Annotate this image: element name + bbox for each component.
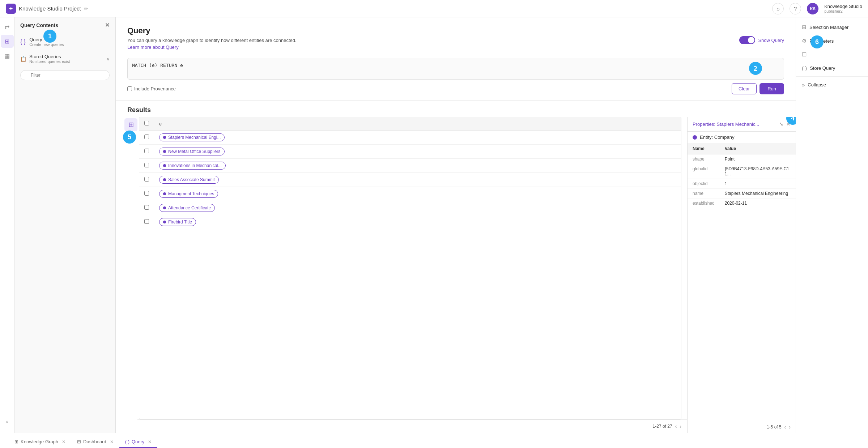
- props-table-inner: Name Value shape Point globalid {5D9B471…: [688, 143, 796, 208]
- entity-chip-5[interactable]: Attendance Certificate: [159, 204, 215, 212]
- icon-bar-item-grid[interactable]: ▦: [1, 49, 14, 62]
- table-view-button[interactable]: ⊞: [124, 118, 137, 131]
- stored-queries-subtitle: No stored queries exist: [29, 59, 70, 64]
- tab-kg-close[interactable]: ✕: [62, 439, 65, 444]
- table-row[interactable]: Innovations in Mechanical...: [139, 159, 681, 173]
- tab-query[interactable]: ( ) Query ✕: [119, 435, 158, 448]
- results-table: e Staplers Mechanical Engi... New Metal …: [139, 117, 681, 229]
- entity-chip-3[interactable]: Sales Associate Summit: [159, 176, 219, 184]
- tab-dashboard[interactable]: ⊞ Dashboard ✕: [71, 435, 119, 448]
- row-checkbox-0[interactable]: [144, 135, 149, 139]
- icon-bar-item-layers[interactable]: ⊞: [1, 35, 14, 48]
- tab-knowledge-graph[interactable]: ⊞ Knowledge Graph ✕: [9, 435, 71, 448]
- tab-dash-close[interactable]: ✕: [110, 439, 114, 444]
- prev-page-button[interactable]: ‹: [675, 423, 677, 429]
- entity-chip-2[interactable]: Innovations in Mechanical...: [159, 162, 226, 170]
- search-button[interactable]: ⌕: [772, 3, 784, 14]
- graph-view-button[interactable]: ⋯ 5: [124, 133, 137, 146]
- prop-value-2: 1: [720, 179, 796, 189]
- toggle-switch[interactable]: [739, 36, 755, 44]
- clear-button[interactable]: Clear: [732, 83, 757, 94]
- results-body: ⊞ ⋯ 5: [116, 117, 796, 433]
- parameters-item[interactable]: ⚙ Parameters: [796, 34, 868, 48]
- prop-name-3: name: [688, 189, 720, 199]
- query-item-subtitle: Create new queries: [29, 42, 64, 47]
- entity-dot-0: [163, 136, 166, 139]
- sidebar-item-query[interactable]: { } Query Create new queries 1: [14, 33, 115, 50]
- query-editor[interactable]: MATCH (e) RETURN e 2: [127, 58, 784, 80]
- query-title: Query: [127, 26, 297, 35]
- props-next-button[interactable]: ›: [789, 424, 791, 430]
- chevron-up-icon[interactable]: ∧: [106, 56, 110, 61]
- query-learn-more-link[interactable]: Learn more about Query: [127, 44, 179, 50]
- query-editor-content: MATCH (e) RETURN e: [132, 63, 183, 68]
- parameters-icon: ⚙: [802, 38, 807, 44]
- include-provenance-label[interactable]: Include Provenance: [127, 86, 176, 91]
- filter-bar: ⌕: [14, 67, 115, 83]
- sidebar-header: Query Contents ✕: [14, 17, 115, 33]
- badge-5: 5: [123, 131, 136, 144]
- table-row[interactable]: Sales Associate Summit: [139, 173, 681, 187]
- table-row[interactable]: Managment Techniques: [139, 187, 681, 201]
- tab-kg-icon: ⊞: [14, 439, 18, 444]
- col-checkbox-header: [139, 117, 154, 131]
- entity-chip-1[interactable]: New Metal Office Suppliers: [159, 148, 225, 155]
- tab-query-close[interactable]: ✕: [148, 439, 152, 444]
- table-row[interactable]: Attendance Certificate: [139, 201, 681, 215]
- icon-bar-item-people[interactable]: ⇄: [1, 20, 14, 33]
- pagination-text: 1-27 of 27: [653, 424, 672, 429]
- collapse-button[interactable]: »: [6, 419, 8, 424]
- panel-item-3[interactable]: ☐: [796, 48, 868, 61]
- table-row[interactable]: New Metal Office Suppliers: [139, 145, 681, 159]
- properties-actions: ⤡ ✕ 4: [779, 121, 791, 127]
- user-name: Knowledge Studio: [824, 4, 862, 9]
- filter-input[interactable]: [20, 70, 110, 80]
- show-query-toggle[interactable]: Show Query: [739, 36, 784, 44]
- select-all-checkbox[interactable]: [144, 121, 149, 125]
- edit-icon[interactable]: ✏: [84, 6, 88, 12]
- entity-type-value: Company: [714, 135, 735, 140]
- entity-dot-4: [163, 192, 166, 195]
- collapse-item[interactable]: » Collapse: [796, 78, 868, 91]
- table-pagination: 1-27 of 27 ‹ ›: [137, 419, 687, 433]
- navbar-left: ✦ Knowledge Studio Project ✏: [6, 4, 88, 14]
- sidebar-close-button[interactable]: ✕: [105, 22, 110, 29]
- entity-dot-1: [163, 150, 166, 153]
- help-button[interactable]: ?: [790, 3, 801, 14]
- entity-type-label: Entity: Company: [700, 135, 734, 140]
- row-checkbox-2[interactable]: [144, 163, 149, 167]
- selection-manager-item[interactable]: ⊞ Selection Manager: [796, 20, 868, 34]
- properties-header: Properties: Staplers Mechanic... ⤡ ✕ 4: [688, 117, 796, 132]
- entity-chip-0[interactable]: Staplers Mechanical Engi...: [159, 133, 225, 141]
- entity-dot-6: [163, 221, 166, 223]
- row-checkbox-5[interactable]: [144, 205, 149, 210]
- run-button[interactable]: Run: [760, 83, 784, 94]
- row-checkbox-4[interactable]: [144, 191, 149, 196]
- entity-dot-3: [163, 178, 166, 181]
- prop-name-0: shape: [688, 154, 720, 164]
- table-row[interactable]: Firebird Title: [139, 215, 681, 229]
- row-checkbox-1[interactable]: [144, 149, 149, 153]
- entity-label-0: Staplers Mechanical Engi...: [168, 135, 221, 140]
- props-row: established 2020-02-11: [688, 199, 796, 208]
- entity-label-1: New Metal Office Suppliers: [168, 149, 221, 154]
- store-query-item[interactable]: ( ) Store Query: [796, 61, 868, 75]
- entity-label-4: Managment Techniques: [168, 191, 214, 196]
- table-row[interactable]: Staplers Mechanical Engi...: [139, 131, 681, 145]
- props-row: globalid {5D9B4713-F98D-4A53-A59F-C11...: [688, 164, 796, 179]
- entity-chip-4[interactable]: Managment Techniques: [159, 190, 218, 198]
- tab-kg-label: Knowledge Graph: [21, 439, 58, 444]
- query-area: Query You can query a knowledge graph to…: [116, 17, 796, 101]
- user-info: Knowledge Studio publisher2: [824, 4, 862, 13]
- row-checkbox-6[interactable]: [144, 219, 149, 224]
- entity-chip-6[interactable]: Firebird Title: [159, 218, 196, 226]
- prop-value-0: Point: [720, 154, 796, 164]
- include-provenance-checkbox[interactable]: [127, 86, 132, 91]
- results-table-wrapper: e Staplers Mechanical Engi... New Metal …: [139, 117, 681, 419]
- next-page-button[interactable]: ›: [680, 423, 681, 429]
- expand-icon[interactable]: ⤡: [779, 121, 783, 127]
- panel-divider: [796, 76, 868, 77]
- row-checkbox-3[interactable]: [144, 177, 149, 182]
- props-prev-button[interactable]: ‹: [784, 424, 786, 430]
- badge-1: 1: [43, 30, 56, 43]
